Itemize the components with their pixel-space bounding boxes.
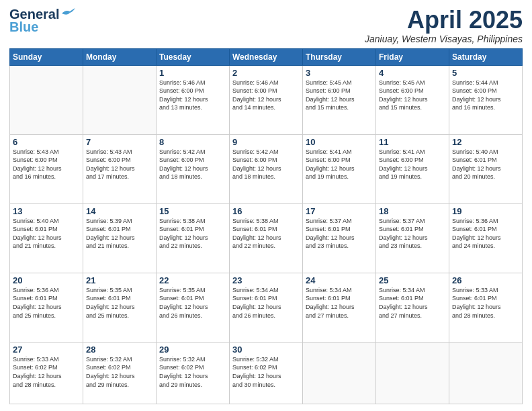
page: General Blue April 2025 Janiuay, Western… [0, 0, 532, 411]
col-header-saturday: Saturday [449, 48, 523, 65]
day-info: Sunrise: 5:37 AM Sunset: 6:01 PM Dayligh… [306, 217, 373, 250]
day-number: 3 [306, 68, 373, 78]
col-header-wednesday: Wednesday [230, 48, 303, 65]
calendar-cell: 20Sunrise: 5:36 AM Sunset: 6:01 PM Dayli… [10, 273, 83, 342]
day-number: 1 [159, 68, 226, 78]
title-block: April 2025 Janiuay, Western Visayas, Phi… [365, 7, 523, 44]
day-number: 4 [379, 68, 446, 78]
day-info: Sunrise: 5:42 AM Sunset: 6:00 PM Dayligh… [159, 148, 226, 181]
day-number: 7 [86, 137, 153, 147]
day-info: Sunrise: 5:45 AM Sunset: 6:00 PM Dayligh… [306, 79, 373, 112]
day-number: 10 [306, 137, 373, 147]
calendar-cell [10, 65, 83, 134]
calendar-cell: 15Sunrise: 5:38 AM Sunset: 6:01 PM Dayli… [157, 203, 230, 273]
calendar-cell: 14Sunrise: 5:39 AM Sunset: 6:01 PM Dayli… [83, 203, 157, 273]
day-number: 29 [159, 345, 226, 355]
col-header-tuesday: Tuesday [157, 48, 230, 65]
calendar-cell: 23Sunrise: 5:34 AM Sunset: 6:01 PM Dayli… [230, 273, 303, 342]
calendar-cell: 22Sunrise: 5:35 AM Sunset: 6:01 PM Dayli… [157, 273, 230, 342]
day-number: 24 [306, 275, 373, 285]
calendar-cell: 27Sunrise: 5:33 AM Sunset: 6:02 PM Dayli… [10, 342, 83, 404]
day-number: 25 [379, 275, 446, 285]
calendar-week-4: 20Sunrise: 5:36 AM Sunset: 6:01 PM Dayli… [10, 273, 523, 342]
calendar-cell: 2Sunrise: 5:46 AM Sunset: 6:00 PM Daylig… [230, 65, 303, 134]
day-number: 12 [452, 137, 519, 147]
calendar-cell: 24Sunrise: 5:34 AM Sunset: 6:01 PM Dayli… [303, 273, 376, 342]
day-info: Sunrise: 5:35 AM Sunset: 6:01 PM Dayligh… [159, 286, 226, 320]
day-number: 11 [379, 137, 446, 147]
calendar-cell: 21Sunrise: 5:35 AM Sunset: 6:01 PM Dayli… [83, 273, 157, 342]
day-info: Sunrise: 5:33 AM Sunset: 6:02 PM Dayligh… [13, 355, 80, 389]
calendar-cell: 9Sunrise: 5:42 AM Sunset: 6:00 PM Daylig… [230, 134, 303, 203]
calendar-cell: 16Sunrise: 5:38 AM Sunset: 6:01 PM Dayli… [230, 203, 303, 273]
calendar-cell: 28Sunrise: 5:32 AM Sunset: 6:02 PM Dayli… [83, 342, 157, 404]
day-info: Sunrise: 5:34 AM Sunset: 6:01 PM Dayligh… [232, 286, 300, 320]
day-number: 22 [159, 275, 226, 285]
calendar-cell: 25Sunrise: 5:34 AM Sunset: 6:01 PM Dayli… [376, 273, 449, 342]
day-number: 6 [13, 137, 80, 147]
day-number: 17 [306, 206, 373, 216]
calendar-cell: 17Sunrise: 5:37 AM Sunset: 6:01 PM Dayli… [303, 203, 376, 273]
col-header-sunday: Sunday [10, 48, 83, 65]
calendar-cell: 8Sunrise: 5:42 AM Sunset: 6:00 PM Daylig… [157, 134, 230, 203]
calendar-cell: 1Sunrise: 5:46 AM Sunset: 6:00 PM Daylig… [157, 65, 230, 134]
calendar-cell: 3Sunrise: 5:45 AM Sunset: 6:00 PM Daylig… [303, 65, 376, 134]
day-number: 9 [232, 137, 300, 147]
calendar-week-1: 1Sunrise: 5:46 AM Sunset: 6:00 PM Daylig… [10, 65, 523, 134]
day-info: Sunrise: 5:32 AM Sunset: 6:02 PM Dayligh… [86, 355, 153, 389]
day-info: Sunrise: 5:34 AM Sunset: 6:01 PM Dayligh… [379, 286, 446, 320]
day-info: Sunrise: 5:32 AM Sunset: 6:02 PM Dayligh… [159, 355, 226, 389]
day-number: 15 [159, 206, 226, 216]
day-number: 18 [379, 206, 446, 216]
calendar-cell: 5Sunrise: 5:44 AM Sunset: 6:00 PM Daylig… [449, 65, 523, 134]
day-info: Sunrise: 5:38 AM Sunset: 6:01 PM Dayligh… [232, 217, 300, 250]
day-info: Sunrise: 5:40 AM Sunset: 6:01 PM Dayligh… [452, 148, 519, 181]
calendar-cell: 19Sunrise: 5:36 AM Sunset: 6:01 PM Dayli… [449, 203, 523, 273]
calendar-cell [449, 342, 523, 404]
location: Janiuay, Western Visayas, Philippines [365, 34, 523, 44]
calendar-cell [376, 342, 449, 404]
day-info: Sunrise: 5:42 AM Sunset: 6:00 PM Dayligh… [232, 148, 300, 181]
day-number: 27 [13, 345, 80, 355]
day-info: Sunrise: 5:43 AM Sunset: 6:00 PM Dayligh… [13, 148, 80, 181]
month-title: April 2025 [365, 7, 523, 34]
day-info: Sunrise: 5:45 AM Sunset: 6:00 PM Dayligh… [379, 79, 446, 112]
calendar-cell: 6Sunrise: 5:43 AM Sunset: 6:00 PM Daylig… [10, 134, 83, 203]
calendar: SundayMondayTuesdayWednesdayThursdayFrid… [9, 48, 523, 404]
calendar-week-5: 27Sunrise: 5:33 AM Sunset: 6:02 PM Dayli… [10, 342, 523, 404]
day-info: Sunrise: 5:35 AM Sunset: 6:01 PM Dayligh… [86, 286, 153, 320]
day-number: 13 [13, 206, 80, 216]
calendar-cell: 26Sunrise: 5:33 AM Sunset: 6:01 PM Dayli… [449, 273, 523, 342]
day-number: 5 [452, 68, 519, 78]
calendar-cell [83, 65, 157, 134]
day-info: Sunrise: 5:46 AM Sunset: 6:00 PM Dayligh… [232, 79, 300, 112]
col-header-thursday: Thursday [303, 48, 376, 65]
logo-bird-icon [60, 8, 75, 19]
calendar-cell: 18Sunrise: 5:37 AM Sunset: 6:01 PM Dayli… [376, 203, 449, 273]
day-number: 23 [232, 275, 300, 285]
calendar-cell: 13Sunrise: 5:40 AM Sunset: 6:01 PM Dayli… [10, 203, 83, 273]
logo: General Blue [9, 7, 75, 35]
day-info: Sunrise: 5:38 AM Sunset: 6:01 PM Dayligh… [159, 217, 226, 250]
calendar-week-3: 13Sunrise: 5:40 AM Sunset: 6:01 PM Dayli… [10, 203, 523, 273]
day-number: 21 [86, 275, 153, 285]
day-info: Sunrise: 5:41 AM Sunset: 6:00 PM Dayligh… [306, 148, 373, 181]
calendar-cell: 12Sunrise: 5:40 AM Sunset: 6:01 PM Dayli… [449, 134, 523, 203]
calendar-week-2: 6Sunrise: 5:43 AM Sunset: 6:00 PM Daylig… [10, 134, 523, 203]
day-number: 26 [452, 275, 519, 285]
day-number: 2 [232, 68, 300, 78]
header: General Blue April 2025 Janiuay, Western… [9, 7, 523, 44]
calendar-cell: 4Sunrise: 5:45 AM Sunset: 6:00 PM Daylig… [376, 65, 449, 134]
day-info: Sunrise: 5:36 AM Sunset: 6:01 PM Dayligh… [452, 217, 519, 250]
calendar-cell: 11Sunrise: 5:41 AM Sunset: 6:00 PM Dayli… [376, 134, 449, 203]
calendar-cell: 10Sunrise: 5:41 AM Sunset: 6:00 PM Dayli… [303, 134, 376, 203]
day-number: 20 [13, 275, 80, 285]
logo-blue: Blue [9, 19, 38, 35]
day-number: 30 [232, 345, 300, 355]
day-info: Sunrise: 5:37 AM Sunset: 6:01 PM Dayligh… [379, 217, 446, 250]
col-header-friday: Friday [376, 48, 449, 65]
day-number: 16 [232, 206, 300, 216]
day-number: 28 [86, 345, 153, 355]
day-info: Sunrise: 5:39 AM Sunset: 6:01 PM Dayligh… [86, 217, 153, 250]
calendar-cell: 29Sunrise: 5:32 AM Sunset: 6:02 PM Dayli… [157, 342, 230, 404]
